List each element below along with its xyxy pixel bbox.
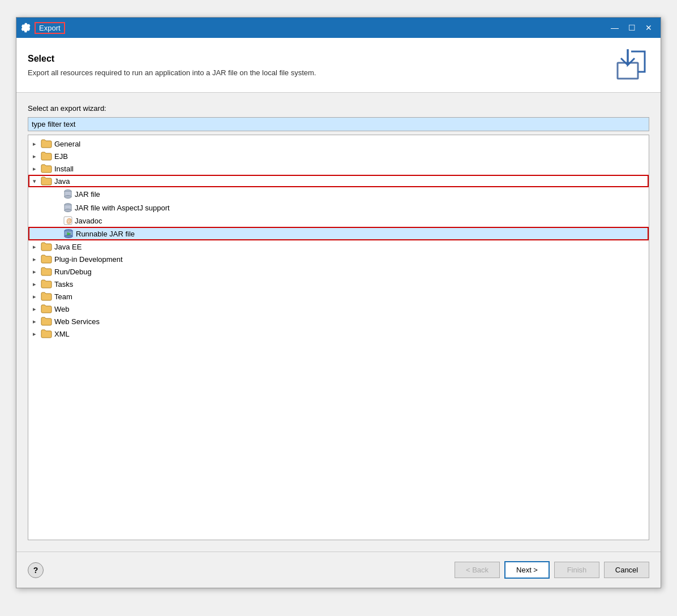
chevron-web-services: ▸ [33, 318, 41, 325]
close-button[interactable]: ✕ [641, 22, 656, 33]
svg-point-4 [65, 196, 71, 199]
tree-item-label: EJB [54, 152, 68, 161]
tree-item-ejb[interactable]: ▸ EJB [28, 150, 649, 162]
svg-text:@: @ [66, 218, 72, 224]
chevron-ejb: ▸ [33, 153, 41, 160]
tree-item-label: Plug-in Development [54, 255, 123, 264]
tree-item-label: JAR file [75, 190, 100, 199]
help-button[interactable]: ? [28, 562, 44, 578]
tree-item-label: Java EE [54, 243, 82, 251]
tree-item-label: JAR file with AspectJ support [75, 204, 170, 212]
chevron-plugin-dev: ▸ [33, 256, 41, 263]
tree-item-team[interactable]: ▸ Team [28, 290, 649, 303]
tree-item-runnable-jar[interactable]: Runnable JAR file [28, 227, 649, 240]
tree-item-label: XML [54, 330, 70, 338]
filter-label: Select an export wizard: [28, 104, 649, 113]
tree-container[interactable]: ▸ General▸ EJB▸ Install▾ Java JAR file J… [28, 135, 649, 540]
tree-item-label: Java [54, 177, 70, 186]
maximize-button[interactable]: ☐ [624, 22, 639, 33]
tree-item-label: Team [54, 292, 72, 301]
minimize-button[interactable]: — [607, 22, 622, 33]
chevron-tasks: ▸ [33, 281, 41, 288]
tree-item-label: Run/Debug [54, 268, 92, 276]
header-section: Select Export all resources required to … [16, 38, 661, 93]
tree-item-javadoc[interactable]: @ Javadoc [28, 214, 649, 227]
window-title: Export [35, 22, 65, 34]
window-controls: — ☐ ✕ [607, 22, 656, 33]
tree-item-install[interactable]: ▸ Install [28, 162, 649, 175]
tree-item-web[interactable]: ▸ Web [28, 303, 649, 315]
tree-item-label: Javadoc [75, 217, 102, 225]
next-button[interactable]: Next > [504, 561, 550, 579]
chevron-java: ▾ [33, 178, 41, 185]
export-icon [613, 47, 649, 83]
gear-icon [21, 23, 31, 33]
cancel-button[interactable]: Cancel [604, 562, 649, 578]
chevron-run-debug: ▸ [33, 268, 41, 275]
back-button[interactable]: < Back [455, 562, 500, 578]
filter-input[interactable] [28, 117, 649, 131]
tree-item-label: Runnable JAR file [76, 230, 135, 238]
tree-item-plugin-dev[interactable]: ▸ Plug-in Development [28, 253, 649, 265]
chevron-team: ▸ [33, 293, 41, 300]
tree-item-run-debug[interactable]: ▸ Run/Debug [28, 265, 649, 278]
chevron-xml: ▸ [33, 330, 41, 338]
chevron-web: ▸ [33, 305, 41, 313]
header-description: Export all resources required to run an … [28, 68, 316, 77]
tree-item-web-services[interactable]: ▸ Web Services [28, 315, 649, 328]
bottom-bar: ? < Back Next > Finish Cancel [16, 552, 661, 588]
svg-point-12 [65, 235, 72, 238]
svg-point-7 [65, 209, 71, 212]
content-section: Select an export wizard: ▸ General▸ EJB▸… [16, 93, 661, 552]
tree-item-jar-file[interactable]: JAR file [28, 187, 649, 201]
chevron-general: ▸ [33, 140, 41, 148]
tree-item-jar-aspectj[interactable]: JAR file with AspectJ support [28, 201, 649, 214]
page-title: Select [28, 54, 316, 64]
tree-item-label: Web Services [54, 317, 100, 326]
tree-item-label: General [54, 140, 80, 148]
tree-item-java[interactable]: ▾ Java [28, 175, 649, 187]
tree-item-general[interactable]: ▸ General [28, 137, 649, 150]
tree-item-label: Install [54, 165, 74, 173]
title-bar: Export — ☐ ✕ [16, 18, 661, 38]
tree-item-label: Web [54, 305, 70, 313]
tree-item-java-ee[interactable]: ▸ Java EE [28, 240, 649, 253]
tree-item-xml[interactable]: ▸ XML [28, 328, 649, 340]
finish-button[interactable]: Finish [554, 562, 599, 578]
tree-item-label: Tasks [54, 280, 73, 288]
tree-item-tasks[interactable]: ▸ Tasks [28, 278, 649, 290]
chevron-install: ▸ [33, 165, 41, 173]
chevron-java-ee: ▸ [33, 243, 41, 251]
